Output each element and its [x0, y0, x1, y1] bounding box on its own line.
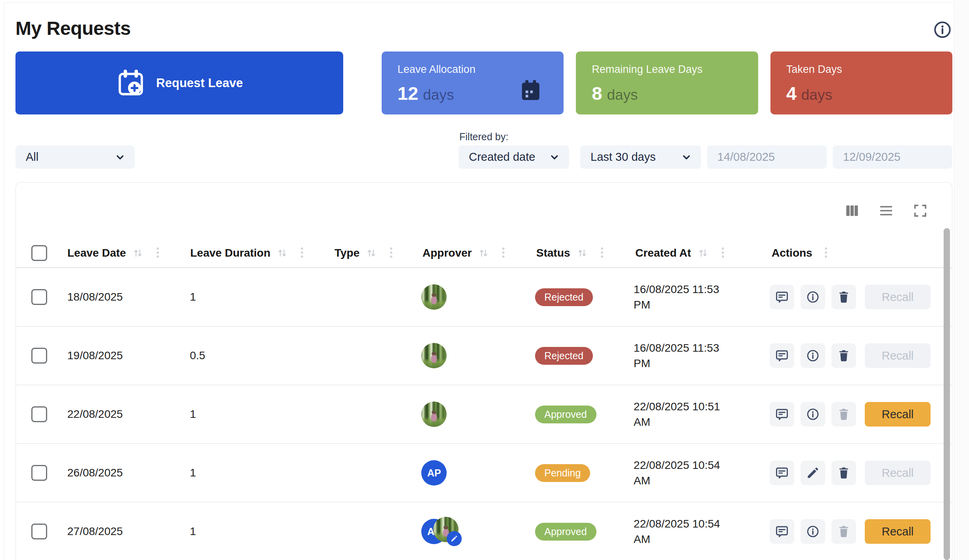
summary-card-taken-days: Taken Days 4 days	[770, 51, 952, 114]
info-action-button[interactable]	[801, 402, 825, 427]
comment-icon	[775, 407, 789, 421]
column-menu-icon[interactable]	[600, 246, 604, 260]
date-from-input[interactable]	[707, 145, 827, 169]
trash-action-button[interactable]	[831, 343, 856, 368]
sort-icon[interactable]	[477, 247, 490, 259]
column-header-status[interactable]: Status	[536, 246, 635, 260]
column-menu-icon[interactable]	[824, 246, 828, 260]
row-checkbox[interactable]	[31, 289, 47, 305]
comment-icon	[775, 290, 789, 304]
chevron-down-icon	[549, 151, 560, 163]
trash-action-button[interactable]	[831, 461, 856, 485]
filtered-by-label: Filtered by:	[459, 131, 508, 143]
table-row: 19/08/2025 0.5 Rejected 16/08/2025 11:53…	[16, 327, 952, 385]
edit-approver-badge-icon[interactable]	[447, 531, 462, 546]
recall-button[interactable]: Recall	[865, 402, 931, 427]
approver-avatar-photo[interactable]	[421, 402, 447, 427]
leave-date-cell: 26/08/2025	[67, 467, 123, 479]
leave-duration-cell: 1	[190, 408, 196, 421]
comment-icon	[775, 524, 789, 539]
info-action-button[interactable]	[801, 519, 825, 544]
card-value: 8	[592, 82, 602, 104]
column-menu-icon[interactable]	[155, 246, 160, 260]
sort-icon[interactable]	[697, 247, 709, 259]
recall-button[interactable]: Recall	[865, 519, 931, 544]
comment-action-button[interactable]	[770, 343, 794, 368]
recall-button: Recall	[865, 285, 931, 309]
leave-date-cell: 19/08/2025	[67, 349, 123, 362]
leave-duration-cell: 1	[190, 467, 196, 479]
info-action-button[interactable]	[801, 343, 825, 368]
filter-row: All Filtered by: Created date Last 30 da…	[15, 145, 952, 169]
summary-cards: Leave Allocation 12 days Remaining Leave…	[382, 51, 952, 114]
approver-avatar-initials[interactable]: AP	[421, 460, 447, 486]
column-header-dur[interactable]: Leave Duration	[190, 246, 334, 260]
type-filter-select[interactable]: All	[15, 145, 135, 169]
row-density-icon[interactable]	[878, 203, 894, 219]
created-at-cell: 16/08/2025 11:53 PM	[634, 340, 731, 371]
table-scrollbar[interactable]	[944, 228, 950, 560]
leave-date-cell: 18/08/2025	[67, 291, 123, 303]
info-action-button[interactable]	[801, 285, 825, 309]
edit-action-button[interactable]	[801, 461, 825, 485]
trash-action-button[interactable]	[831, 285, 856, 309]
card-value: 12	[398, 82, 418, 104]
card-label: Remaining Leave Days	[592, 63, 742, 76]
column-header-date[interactable]: Leave Date	[67, 246, 190, 260]
comment-action-button[interactable]	[770, 402, 794, 427]
table-row: 27/08/2025 1 AP Approved 22/08/2025 10:5…	[16, 503, 952, 560]
sort-icon[interactable]	[276, 247, 289, 259]
column-header-label: Type	[334, 247, 359, 259]
row-actions: Recall	[770, 402, 931, 427]
approver-avatar-photo[interactable]	[421, 284, 447, 310]
column-menu-icon[interactable]	[721, 246, 725, 260]
filtered-by-group: Filtered by: Created date	[459, 145, 569, 169]
created-at-cell: 16/08/2025 11:53 PM	[634, 282, 731, 312]
request-leave-button[interactable]: Request Leave	[15, 51, 343, 114]
leave-duration-cell: 1	[190, 525, 196, 538]
date-range-select[interactable]: Last 30 days	[580, 145, 701, 169]
select-all-checkbox[interactable]	[31, 245, 47, 261]
column-header-label: Actions	[772, 247, 812, 259]
column-header-type[interactable]: Type	[334, 246, 422, 260]
row-checkbox[interactable]	[31, 524, 47, 539]
page-header: My Requests	[15, 17, 952, 40]
comment-action-button[interactable]	[770, 285, 794, 309]
column-header-created[interactable]: Created At	[635, 246, 762, 260]
filter-field-select[interactable]: Created date	[459, 145, 569, 169]
approver-avatar-photo[interactable]	[421, 343, 447, 368]
page-scroll-gutter	[954, 0, 969, 560]
column-header-label: Approver	[422, 247, 472, 259]
summary-row: Request Leave Leave Allocation 12 days R…	[15, 51, 952, 114]
info-icon	[806, 407, 820, 421]
row-checkbox[interactable]	[31, 465, 47, 481]
approver-avatar-stack: AP	[421, 517, 466, 546]
comment-action-button[interactable]	[770, 519, 794, 544]
sort-icon[interactable]	[132, 247, 144, 259]
card-unit: days	[801, 87, 832, 103]
leave-duration-cell: 0.5	[190, 349, 205, 362]
date-range-value: Last 30 days	[591, 150, 656, 164]
row-checkbox[interactable]	[31, 406, 47, 422]
column-menu-icon[interactable]	[300, 246, 304, 260]
fullscreen-icon[interactable]	[912, 203, 928, 219]
trash-action-button	[831, 519, 856, 544]
columns-icon[interactable]	[844, 203, 860, 219]
sort-icon[interactable]	[365, 247, 378, 259]
column-menu-icon[interactable]	[389, 246, 394, 260]
info-icon[interactable]	[933, 20, 952, 40]
trash-icon	[837, 349, 851, 363]
date-to-input[interactable]	[833, 145, 952, 169]
column-menu-icon[interactable]	[501, 246, 506, 260]
sort-icon[interactable]	[576, 247, 589, 259]
trash-icon	[837, 290, 851, 304]
leave-date-cell: 22/08/2025	[67, 408, 123, 421]
comment-action-button[interactable]	[770, 461, 794, 485]
column-header-appr[interactable]: Approver	[422, 246, 536, 260]
column-header-actions[interactable]: Actions	[762, 246, 952, 260]
column-header-label: Created At	[635, 247, 691, 259]
table-row: 22/08/2025 1 Approved 22/08/2025 10:51 A…	[16, 385, 952, 444]
row-checkbox[interactable]	[31, 348, 47, 364]
column-header-label: Leave Duration	[190, 247, 270, 259]
my-requests-page: My Requests Request Leave Leave Allocati…	[0, 0, 969, 560]
